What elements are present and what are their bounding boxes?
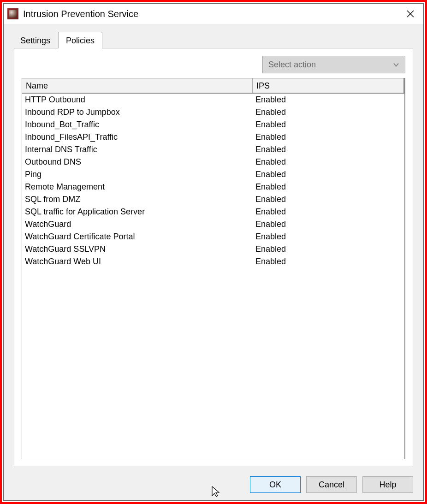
cell-name: WatchGuard — [22, 218, 253, 231]
table-row[interactable]: Inbound_FilesAPI_TrafficEnabled — [22, 131, 404, 143]
cell-ips: Enabled — [253, 231, 404, 243]
table-row[interactable]: PingEnabled — [22, 168, 404, 181]
column-header-ips[interactable]: IPS — [253, 78, 404, 93]
table-row[interactable]: Inbound RDP to JumpboxEnabled — [22, 106, 404, 119]
cell-name: SQL from DMZ — [22, 193, 253, 206]
cell-name: Ping — [22, 168, 253, 181]
cell-name: HTTP Outbound — [22, 94, 253, 106]
table-row[interactable]: WatchGuard Certificate PortalEnabled — [22, 231, 404, 243]
app-icon — [7, 8, 18, 19]
cell-ips: Enabled — [253, 255, 404, 268]
table-body: HTTP OutboundEnabledInbound RDP to Jumpb… — [22, 94, 404, 459]
select-action-placeholder: Select action — [268, 60, 316, 70]
cell-name: Outbound DNS — [22, 156, 253, 168]
table-row[interactable]: WatchGuard Web UIEnabled — [22, 255, 404, 268]
cell-name: Internal DNS Traffic — [22, 143, 253, 156]
cell-ips: Enabled — [253, 206, 404, 218]
table-row[interactable]: SQL traffic for Application ServerEnable… — [22, 206, 404, 218]
title-bar: Intrusion Prevention Service — [4, 4, 423, 24]
mouse-cursor-icon — [211, 486, 220, 499]
cell-ips: Enabled — [253, 156, 404, 168]
dialog-content: Settings Policies Select action Name I — [4, 24, 423, 470]
cell-ips: Enabled — [253, 106, 404, 119]
tab-panel-policies: Select action Name IPS HTTP OutboundEnab… — [14, 48, 413, 467]
close-button[interactable] — [401, 5, 420, 23]
cell-name: Inbound_Bot_Traffic — [22, 119, 253, 131]
cell-ips: Enabled — [253, 181, 404, 193]
table-row[interactable]: WatchGuardEnabled — [22, 218, 404, 231]
table-row[interactable]: WatchGuard SSLVPNEnabled — [22, 243, 404, 255]
tab-strip: Settings Policies — [12, 30, 413, 48]
table-row[interactable]: SQL from DMZEnabled — [22, 193, 404, 206]
cell-name: SQL traffic for Application Server — [22, 206, 253, 218]
dialog-window: Intrusion Prevention Service Settings Po… — [3, 3, 424, 501]
cell-ips: Enabled — [253, 131, 404, 143]
column-header-name[interactable]: Name — [22, 78, 253, 93]
table-row[interactable]: HTTP OutboundEnabled — [22, 94, 404, 106]
window-title: Intrusion Prevention Service — [23, 9, 401, 19]
tab-settings[interactable]: Settings — [12, 32, 58, 48]
cell-name: Inbound RDP to Jumpbox — [22, 106, 253, 119]
tab-policies[interactable]: Policies — [58, 32, 102, 48]
cell-ips: Enabled — [253, 243, 404, 255]
cell-name: WatchGuard Web UI — [22, 255, 253, 268]
table-row[interactable]: Remote ManagementEnabled — [22, 181, 404, 193]
cell-ips: Enabled — [253, 168, 404, 181]
action-row: Select action — [22, 56, 405, 73]
cell-ips: Enabled — [253, 193, 404, 206]
cell-name: Inbound_FilesAPI_Traffic — [22, 131, 253, 143]
table-header: Name IPS — [22, 78, 404, 94]
cell-name: WatchGuard SSLVPN — [22, 243, 253, 255]
cell-name: Remote Management — [22, 181, 253, 193]
dialog-button-row: OK Cancel Help — [4, 470, 423, 500]
cell-name: WatchGuard Certificate Portal — [22, 231, 253, 243]
select-action-dropdown[interactable]: Select action — [262, 56, 405, 73]
chevron-down-icon — [393, 60, 399, 70]
cell-ips: Enabled — [253, 218, 404, 231]
cancel-button[interactable]: Cancel — [306, 476, 357, 493]
close-icon — [407, 10, 414, 18]
policies-table: Name IPS HTTP OutboundEnabledInbound RDP… — [22, 78, 405, 459]
help-button[interactable]: Help — [362, 476, 413, 493]
cell-ips: Enabled — [253, 143, 404, 156]
table-row[interactable]: Internal DNS TrafficEnabled — [22, 143, 404, 156]
table-row[interactable]: Inbound_Bot_TrafficEnabled — [22, 119, 404, 131]
table-row[interactable]: Outbound DNSEnabled — [22, 156, 404, 168]
cell-ips: Enabled — [253, 94, 404, 106]
ok-button[interactable]: OK — [250, 476, 301, 493]
cell-ips: Enabled — [253, 119, 404, 131]
screenshot-frame: Intrusion Prevention Service Settings Po… — [0, 0, 427, 504]
